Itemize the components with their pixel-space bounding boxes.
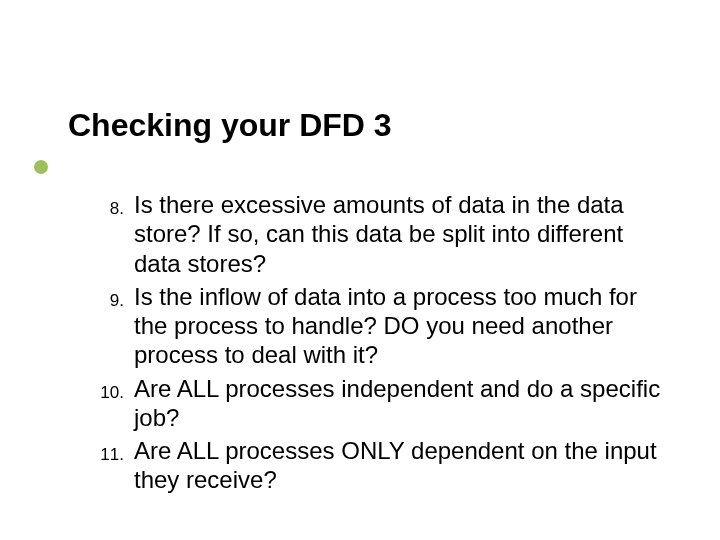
item-number: 8.: [80, 199, 134, 220]
item-text: Is the inflow of data into a process too…: [134, 282, 670, 370]
slide: Checking your DFD 3 8. Is there excessiv…: [0, 0, 720, 540]
item-text: Is there excessive amounts of data in th…: [134, 190, 670, 278]
item-text: Are ALL processes ONLY dependent on the …: [134, 436, 670, 495]
title-wrap: Checking your DFD 3: [68, 108, 392, 143]
list-item: 11. Are ALL processes ONLY dependent on …: [80, 436, 670, 495]
item-number: 9.: [80, 291, 134, 312]
item-text: Are ALL processes independent and do a s…: [134, 374, 670, 433]
list-item: 10. Are ALL processes independent and do…: [80, 374, 670, 433]
title-bullet-icon: [34, 160, 48, 174]
list-item: 9. Is the inflow of data into a process …: [80, 282, 670, 370]
item-number: 11.: [80, 445, 134, 466]
numbered-list: 8. Is there excessive amounts of data in…: [80, 190, 670, 499]
list-item: 8. Is there excessive amounts of data in…: [80, 190, 670, 278]
title-accent-band: [68, 151, 570, 179]
item-number: 10.: [80, 383, 134, 404]
slide-title: Checking your DFD 3: [68, 108, 392, 143]
